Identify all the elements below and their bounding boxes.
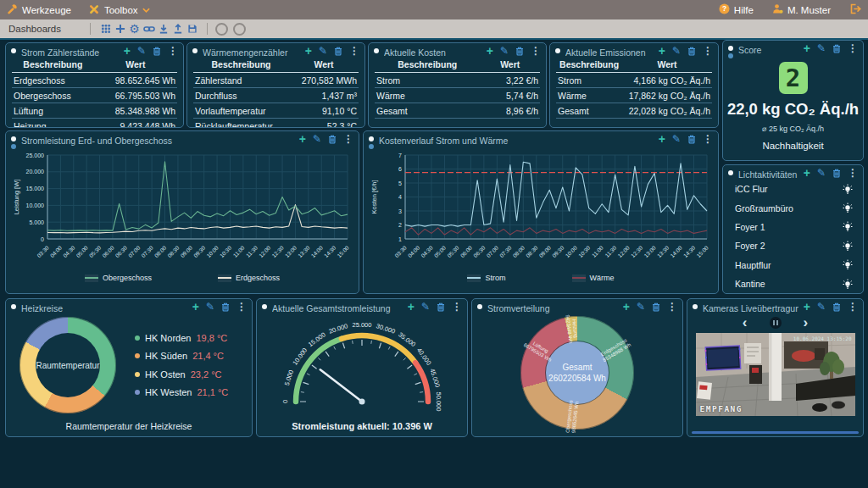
panel-delete-icon[interactable]	[515, 47, 524, 56]
panel-edit-icon[interactable]: ✎	[421, 302, 430, 312]
panel-menu-icon[interactable]: ⋮	[349, 47, 359, 56]
save-icon[interactable]	[185, 22, 199, 36]
menu-werkzeuge[interactable]: Werkzeuge	[7, 3, 71, 16]
panel-dots	[11, 302, 16, 309]
help-button[interactable]: ? Hilfe	[719, 3, 754, 16]
panel-page-dot[interactable]	[11, 144, 16, 149]
legend-item[interactable]: Obergeschoss	[85, 274, 152, 282]
panel-add-icon[interactable]: +	[659, 135, 665, 144]
upload-icon[interactable]	[170, 22, 185, 36]
panel-add-icon[interactable]: +	[124, 47, 131, 56]
dashboards-menu[interactable]: Dashboards	[8, 24, 61, 34]
panel-edit-icon[interactable]: ✎	[817, 44, 826, 53]
panel-delete-icon[interactable]	[334, 47, 342, 56]
legend-item[interactable]: Strom	[467, 274, 505, 282]
table-cell: 22,028 kg CO₂ Äq./h	[622, 103, 712, 119]
panel-edit-icon[interactable]: ✎	[817, 169, 826, 178]
panel-menu-icon[interactable]: ⋮	[343, 135, 353, 144]
panel-delete-icon[interactable]	[832, 44, 841, 53]
camera-scrollbar[interactable]	[692, 431, 859, 434]
panel-title: Score	[738, 44, 798, 55]
carousel-next-icon[interactable]: ›	[804, 317, 809, 329]
panel-add-icon[interactable]: +	[305, 47, 312, 56]
panel-delete-icon[interactable]	[832, 302, 841, 312]
panel-menu-icon[interactable]: ⋮	[703, 135, 713, 144]
panel-delete-icon[interactable]	[832, 169, 841, 178]
svg-text:10:30: 10:30	[577, 244, 592, 258]
panel-add-icon[interactable]: +	[192, 302, 199, 312]
panel-dots	[374, 47, 379, 53]
light-bulb-icon[interactable]	[843, 259, 853, 270]
panel-menu-icon[interactable]: ⋮	[168, 47, 178, 56]
panel-add-icon[interactable]: +	[408, 302, 415, 312]
settings-gear-icon[interactable]: ⚙	[127, 22, 142, 36]
legend-item[interactable]: Wärme	[572, 274, 615, 282]
panel-menu-icon[interactable]: ⋮	[452, 302, 462, 312]
light-bulb-icon[interactable]	[843, 241, 853, 252]
panel-menu-icon[interactable]: ⋮	[531, 47, 541, 56]
status-circle-2[interactable]	[233, 23, 246, 36]
logout-button[interactable]	[849, 3, 861, 16]
svg-text:07:30: 07:30	[140, 244, 154, 258]
legend-item[interactable]: Erdgeschoss	[218, 274, 280, 282]
light-bulb-icon[interactable]	[843, 279, 853, 290]
panel-edit-icon[interactable]: ✎	[206, 302, 214, 312]
panel-menu-icon[interactable]: ⋮	[703, 47, 713, 56]
panel-menu-icon[interactable]: ⋮	[848, 44, 858, 53]
panel-edit-icon[interactable]: ✎	[637, 302, 645, 312]
carousel-pause-button[interactable]	[770, 317, 782, 329]
panel-edit-icon[interactable]: ✎	[137, 47, 146, 56]
panel-edit-icon[interactable]: ✎	[500, 47, 509, 56]
panel-header: Stromleistung Erd- und Obergeschoss+✎⋮	[6, 131, 359, 149]
panel-delete-icon[interactable]	[153, 47, 161, 56]
panel-delete-icon[interactable]	[328, 135, 337, 144]
panel-actions: +✎⋮	[408, 302, 462, 312]
table-column-header: Beschreibung	[12, 58, 94, 73]
svg-text:10:00: 10:00	[205, 244, 220, 258]
light-bulb-icon[interactable]	[843, 202, 853, 214]
panel-add-icon[interactable]: +	[804, 302, 810, 312]
link-icon[interactable]	[142, 22, 156, 36]
panel-add-icon[interactable]: +	[487, 47, 493, 56]
menu-toolbox[interactable]: Toolbox	[88, 3, 150, 17]
table-column-header: Wert	[289, 58, 359, 73]
panel-menu-icon[interactable]: ⋮	[667, 302, 677, 312]
svg-text:20.000: 20.000	[328, 322, 349, 336]
grid-view-icon[interactable]	[98, 22, 113, 36]
panel-menu-icon[interactable]: ⋮	[848, 169, 858, 178]
panel-edit-icon[interactable]: ✎	[319, 47, 327, 56]
panel-menu-icon[interactable]: ⋮	[236, 302, 247, 312]
panel-edit-icon[interactable]: ✎	[817, 302, 826, 312]
light-bulb-icon[interactable]	[843, 221, 853, 232]
panel-dots	[369, 135, 374, 149]
svg-text:20.000: 20.000	[26, 169, 45, 175]
light-bulb-icon[interactable]	[843, 184, 853, 195]
panel-menu-icon[interactable]: ⋮	[848, 302, 858, 312]
panel-delete-icon[interactable]	[687, 135, 696, 144]
svg-text:03:30: 03:30	[393, 244, 408, 258]
panel-delete-icon[interactable]	[652, 302, 660, 312]
panel-dot	[192, 48, 198, 53]
status-circle-1[interactable]	[215, 23, 228, 36]
panel-edit-icon[interactable]: ✎	[672, 135, 681, 144]
panel-page-dot[interactable]	[728, 53, 733, 58]
download-icon[interactable]	[156, 22, 170, 36]
svg-text:14:00: 14:00	[669, 244, 683, 258]
panel-page-dot[interactable]	[369, 144, 374, 149]
stromleistung-line-chart: 03:3004:0004:3005:0005:3006:0006:3007:00…	[8, 149, 356, 273]
svg-text:09:30: 09:30	[551, 244, 565, 258]
user-menu[interactable]: M. Muster	[772, 3, 831, 16]
carousel-prev-icon[interactable]: ‹	[743, 317, 748, 329]
panel-add-icon[interactable]: +	[623, 302, 630, 312]
panel-delete-icon[interactable]	[687, 47, 696, 56]
panel-add-icon[interactable]: +	[804, 44, 810, 53]
add-panel-icon[interactable]	[113, 22, 127, 36]
panel-delete-icon[interactable]	[221, 302, 230, 312]
panel-edit-icon[interactable]: ✎	[313, 135, 321, 144]
panel-delete-icon[interactable]	[437, 302, 445, 312]
panel-add-icon[interactable]: +	[804, 169, 810, 178]
panel-add-icon[interactable]: +	[659, 47, 665, 56]
svg-text:45.000: 45.000	[428, 368, 442, 389]
panel-edit-icon[interactable]: ✎	[672, 47, 681, 56]
panel-add-icon[interactable]: +	[299, 135, 306, 144]
